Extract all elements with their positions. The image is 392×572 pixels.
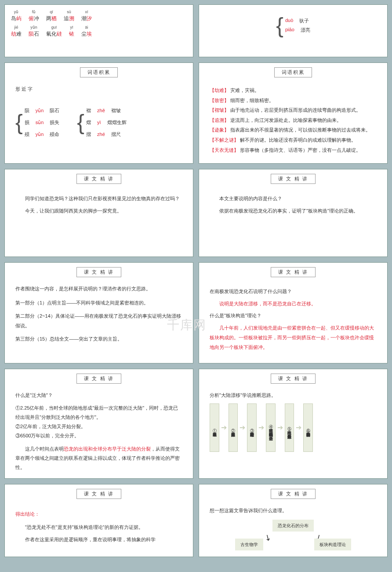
xingjinzi-entry: 摺zhé摺尺 <box>86 130 127 139</box>
flow-step: ⑥每一块大陆都携带着自己的恐龙而去 <box>303 403 313 452</box>
slide-conclusion: 课 文 精 讲 得出结论： "恐龙无处不在"是支持"板块构造理论"的新的有力证据… <box>4 484 193 557</box>
xingjinzi-entry: 陨yǔn陨石 <box>25 106 60 115</box>
pinyin-item: xī潮汐 <box>81 9 92 22</box>
title-kewen: 课 文 精 讲 <box>76 267 121 277</box>
flow-step: ③大陆在漂移而不是恐龙在迁移 <box>247 403 257 452</box>
slide-flow: 课 文 精 讲 分析"大陆漂移"学说推断思路。 ①南极发现恐龙化石➔②恐龙并不适… <box>199 369 388 479</box>
pinyin-item: yī铱 <box>69 25 74 37</box>
xingjinzi-entry: 熠yì熠熠生辉 <box>86 118 127 127</box>
definition-line: 【致密】 细而密，细致精密。 <box>210 97 377 105</box>
slide-xingjinzi: 词语积累 形 近 字 { 陨yǔn陨石损sǔn损失殒yǔn殒命 { 褶zhě褶皱… <box>4 62 193 164</box>
definition-line: 【劫难】 灾难，灾祸。 <box>210 87 377 95</box>
slide-diagram: 课 文 精 讲 想一想这篇文章告诉我们什么道理。 恐龙化石的分布 ↘ ↘ 古生物… <box>199 484 388 557</box>
p-intro-1: 同学们知道恐龙吗？这种我们只在影视资料里见过的生物真的存在过吗？ <box>15 194 182 203</box>
p-s8-a1: 说明是大陆在漂移，而不是恐龙自己在迁移。 <box>210 299 377 308</box>
flow-step: ④泛大陆形成时，所有陆地都处在热带和温带环境中，适合恐龙生活 <box>266 403 276 452</box>
flow-step: ①南极发现恐龙化石 <box>210 403 219 452</box>
pinyin-entry: piāo漂亮 <box>285 27 310 33</box>
title-kewen: 课 文 精 讲 <box>76 174 121 184</box>
title-kewen: 课 文 精 讲 <box>76 374 121 384</box>
slide-pinyin-2: { duò驮子piāo漂亮 <box>199 4 388 57</box>
title-ciyu: 词语积累 <box>80 67 118 77</box>
diag-top-box: 恐龙化石的分布 <box>272 520 314 532</box>
p-s9-conclusion: 这几个时间点表明恐龙的出现和全球分布早于泛大陆的分裂，从而使得文章在两个领域之间… <box>15 444 182 472</box>
p-struct-q: 作者围绕这一内容，是怎样展开说明的？理清作者的行文思路。 <box>15 284 182 293</box>
title-ciyu: 词语积累 <box>274 67 312 77</box>
p-a1: 依据在南极发现恐龙化石的事实，证明了"板块构造"理论的正确。 <box>210 206 377 216</box>
flow-step: ⑤由此推断，泛大陆又分裂成四部分 <box>285 403 294 452</box>
slide-intro: 课 文 精 讲 同学们知道恐龙吗？这种我们只在影视资料里见过的生物真的存在过吗？… <box>4 169 193 257</box>
p-conclusion-2: 作者在这里采用的是逻辑顺序，重在说明事理，将抽象的科学 <box>15 535 182 544</box>
p-part3: 第三部分（15）总结全文——突出了文章的主旨。 <box>15 334 182 344</box>
p-conclusion-h: 得出结论： <box>15 510 182 519</box>
arrow-icon: ➔ <box>296 421 301 434</box>
definition-line: 【褶皱】 由于地壳运动，岩层受到挤压而形成的连续弯曲的构造形式。 <box>210 106 377 114</box>
flow-step: ②恐龙并不适应南极气候 <box>229 403 238 452</box>
p-s9-3: ③6500万年以前，完全分开。 <box>15 431 182 440</box>
pinyin-item: yǔ岛屿 <box>11 9 22 22</box>
pinyin-item: fǔ俯冲 <box>29 9 39 22</box>
pinyin-item: yǔn陨石 <box>29 25 39 37</box>
slide-definitions: 词语积累 【劫难】 灾难，灾祸。【致密】 细而密，细致精密。【褶皱】 由于地壳运… <box>199 62 388 164</box>
p-s9-1: ①2.25亿年前，当时全球的陆地形成"最后一次完整的泛大陆"，同时，恐龙已经出现… <box>15 403 182 422</box>
pinyin-item: āi尘埃 <box>81 25 92 37</box>
p-s8-a2: 几十年前，人们发现地壳是由一些紧密拼合在一起、但又在缓慢移动的大板块构成的。一些… <box>210 323 377 352</box>
slide-structure: 课 文 精 讲 作者围绕这一内容，是怎样展开说明的？理清作者的行文思路。 第一部… <box>4 262 193 363</box>
slide-plate: 课 文 精 讲 在南极发现恐龙化石说明了什么问题？ 说明是大陆在漂移，而不是恐龙… <box>199 262 388 363</box>
p-s9-q: 什么是"泛大陆"？ <box>15 391 182 400</box>
definition-line: 【迹象】 指表露出来的不很显著的情况，可以借以推断事物的过去或将来。 <box>210 126 377 134</box>
p-part2: 第二部分（2~14）具体论证——用在南极发现了恐龙化石的事实证明大陆漂移假说。 <box>15 311 182 330</box>
p-intro-2: 今天，让我们跟随阿西莫夫的脚步一探究竟。 <box>15 206 182 216</box>
p-s12-q: 想一想这篇文章告诉我们什么道理。 <box>210 506 377 515</box>
title-kewen: 课 文 精 讲 <box>271 174 315 184</box>
pinyin-entry: duò驮子 <box>285 18 310 24</box>
pinyin-item: jié劫难 <box>11 25 22 37</box>
pinyin-item: sù追溯 <box>64 9 74 22</box>
xingjinzi-entry: 损sǔn损失 <box>25 118 60 127</box>
arrow-icon: ➔ <box>258 421 264 434</box>
arrow-icon: ➔ <box>277 421 283 434</box>
slide-grid: yǔ岛屿fǔ俯冲qī两栖sù追溯xī潮汐 jié劫难yǔn陨石guī氧化硅yī铱… <box>0 0 392 561</box>
p-conclusion-1: "恐龙无处不在"是支持"板块构造理论"的新的有力证据。 <box>15 522 182 532</box>
xingjinzi-entry: 褶zhě褶皱 <box>86 106 127 115</box>
p-s8-q2: 什么是"板块构造"理论？ <box>210 311 377 320</box>
heading-xingjinzi: 形 近 字 <box>15 84 182 94</box>
definition-line: 【不解之谜】 解不开的谜。比喻还没有弄明白的或难以理解的事物。 <box>210 136 377 144</box>
p-s8-q1: 在南极发现恐龙化石说明了什么问题？ <box>210 287 377 296</box>
title-kewen: 课 文 精 讲 <box>76 489 121 499</box>
p-s9-2: ②2亿年前，泛大陆又开始分裂。 <box>15 422 182 431</box>
definition-line: 【追溯】 逆流而上，向江河发源处走。比喻探索事物的由来。 <box>210 117 377 125</box>
concept-diagram: 恐龙化石的分布 ↘ ↘ 古生物学 板块构造理论 <box>210 520 377 550</box>
slide-pangaea: 课 文 精 讲 什么是"泛大陆"？ ①2.25亿年前，当时全球的陆地形成"最后一… <box>4 369 193 479</box>
pinyin-item: guī氧化硅 <box>46 25 62 37</box>
p-part1: 第一部分（1）点明主旨——不同科学领域之间是紧密相连的。 <box>15 298 182 308</box>
definition-line: 【天衣无缝】 形容事物（多指诗文、话语等）严密，没有一点儿破绽。 <box>210 147 377 154</box>
pinyin-item: qī两栖 <box>46 9 57 22</box>
arrow-icon: ➔ <box>240 421 245 434</box>
diag-box-2: 板块构造理论 <box>314 539 351 550</box>
arrow-icon: ➔ <box>221 421 227 434</box>
title-kewen: 课 文 精 讲 <box>271 267 315 277</box>
slide-pinyin-1: yǔ岛屿fǔ俯冲qī两栖sù追溯xī潮汐 jié劫难yǔn陨石guī氧化硅yī铱… <box>4 4 193 57</box>
diag-box-1: 古生物学 <box>235 539 263 550</box>
xingjinzi-entry: 殒yǔn殒命 <box>25 130 60 139</box>
title-kewen: 课 文 精 讲 <box>271 489 315 499</box>
p-q1: 本文主要说明的内容是什么？ <box>210 194 377 203</box>
p-s10-h: 分析"大陆漂移"学说推断思路。 <box>210 391 377 400</box>
slide-maincontent: 课 文 精 讲 本文主要说明的内容是什么？ 依据在南极发现恐龙化石的事实，证明了… <box>199 169 388 257</box>
title-kewen: 课 文 精 讲 <box>271 374 315 384</box>
